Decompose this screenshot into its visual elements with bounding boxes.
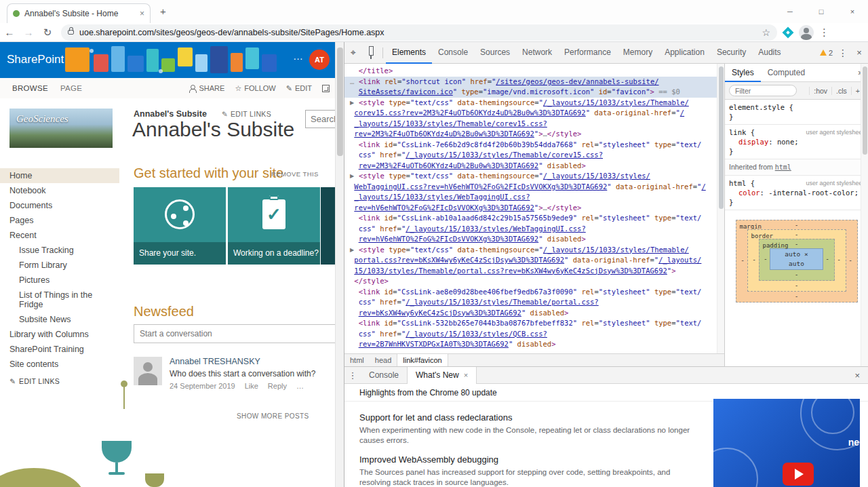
breadcrumb-site-name[interactable]: Annabel's Subsite (134, 109, 207, 119)
breadcrumb-html[interactable]: html (344, 354, 370, 366)
share-button[interactable]: SHARE (189, 84, 224, 92)
devtools-tab-performance[interactable]: Performance (558, 42, 617, 64)
scrollbar-thumb[interactable] (337, 47, 343, 156)
conversation-input[interactable] (134, 324, 335, 343)
inherited-html-link[interactable]: html (775, 163, 791, 171)
post-author[interactable]: Annabel TRESHANSKY (170, 357, 260, 366)
sidebar-item-home[interactable]: Home (0, 168, 119, 183)
sidebar-item-issue-tracking[interactable]: Issue Tracking (0, 243, 119, 258)
remove-this-link[interactable]: REMOVE THIS (271, 170, 319, 178)
suitebar-more-icon[interactable]: … (293, 50, 303, 62)
extension-icon[interactable] (783, 26, 794, 38)
user-avatar[interactable]: AT (309, 50, 330, 70)
sidebar-item-library-with-columns[interactable]: Library with Columns (0, 327, 119, 342)
dom-tree-line[interactable]: SiteAssets/favicon.ico" type="image/vnd.… (344, 87, 717, 98)
dom-tree-line[interactable]: rev=2M3%2F4uOTb6OKYdz4uD%2Bu0w%3D%3DTAG6… (344, 129, 717, 140)
edit-links-button[interactable]: ✎EDIT LINKS (222, 110, 271, 118)
devtools-tab-application[interactable]: Application (658, 42, 711, 64)
sidebar-item-pages[interactable]: Pages (0, 213, 119, 228)
sidebar-item-recent[interactable]: Recent (0, 228, 119, 243)
dom-tree-line[interactable]: css" href="/_layouts/15/1033/styles/Them… (344, 297, 717, 308)
post-more-icon[interactable]: … (296, 382, 304, 390)
tab-close-icon[interactable]: × (140, 9, 144, 18)
tab-close-icon[interactable]: × (464, 367, 468, 383)
styles-filter-input[interactable] (729, 85, 797, 96)
tab-computed[interactable]: Computed (761, 64, 812, 82)
sharepoint-logo[interactable]: SharePoint (7, 53, 64, 66)
search-input[interactable] (305, 110, 335, 128)
dom-tree-line[interactable]: ▶<style type="text/css" data-themingsour… (344, 98, 717, 109)
whats-new-video-thumbnail[interactable]: ne (713, 399, 860, 487)
style-rule-link[interactable]: user agent stylesheetlink { display: non… (725, 125, 868, 159)
browser-menu-icon[interactable]: ⋮ (819, 26, 829, 39)
ribbon-tab-browse[interactable]: BROWSE (12, 84, 48, 92)
sidebar-item-sharepoint-training[interactable]: SharePoint Training (0, 342, 119, 357)
tile-partial[interactable] (321, 187, 335, 265)
dom-tree-line[interactable]: _layouts/15/1033/styles/WebTaggingUI.css… (344, 192, 717, 203)
post-reply-link[interactable]: Reply (268, 382, 287, 390)
maximize-button[interactable]: □ (806, 0, 837, 22)
tile-working-on-a-deadline[interactable]: ✓ Working on a deadline? (228, 187, 320, 265)
youtube-play-icon[interactable] (783, 463, 814, 486)
devtools-tab-console[interactable]: Console (432, 42, 474, 64)
minimize-button[interactable]: ─ (774, 0, 806, 22)
site-logo[interactable]: GeoSciences (9, 109, 113, 148)
show-more-posts-link[interactable]: SHOW MORE POSTS (237, 412, 309, 420)
ribbon-tab-page[interactable]: PAGE (60, 84, 82, 92)
style-rule-element[interactable]: element.style { } (725, 100, 868, 125)
dom-tree-line[interactable]: css" href="/_layouts/15/1033/styles/WebT… (344, 224, 717, 235)
sidebar-item-pictures[interactable]: Pictures (0, 273, 119, 288)
dom-tree-line[interactable]: ▶<style type="text/css" data-themingsour… (344, 245, 717, 256)
dom-tree-line[interactable]: ▶<style type="text/css" data-themingsour… (344, 171, 717, 182)
new-tab-button[interactable]: + (160, 5, 166, 17)
dom-tree-line[interactable]: rev=2M3%2F4uOTb6OKYdz4uD%2Bu0w%3D%3DTAG6… (344, 161, 717, 172)
sidebar-item-site-contents[interactable]: Site contents (0, 357, 119, 372)
hov-toggle[interactable]: :hov (809, 87, 831, 95)
address-bar[interactable]: ☆ (61, 24, 777, 41)
devtools-tab-elements[interactable]: Elements (386, 42, 432, 64)
close-button[interactable]: × (837, 0, 868, 22)
devtools-tab-audits[interactable]: Audits (752, 42, 787, 64)
dom-tree-line[interactable]: corev15.css?rev=2M3%2F4uOTb6OKYdz4uD%2Bu… (344, 108, 717, 119)
devtools-tab-sources[interactable]: Sources (474, 42, 516, 64)
devtools-tab-security[interactable]: Security (711, 42, 752, 64)
sidebar-item-documents[interactable]: Documents (0, 198, 119, 213)
lock-icon[interactable] (68, 30, 74, 35)
warnings-badge[interactable]: 2 (820, 49, 833, 57)
dom-tree-line[interactable]: _layouts/15/1033/styles/Themable/corev15… (344, 119, 717, 130)
bookmark-star-icon[interactable]: ☆ (762, 27, 770, 38)
whats-new-heading[interactable]: Improved WebAssembly debugging (359, 454, 702, 465)
dom-tree-line[interactable]: </title> (344, 66, 717, 77)
edit-button[interactable]: ✎EDIT (286, 84, 312, 93)
browser-tab[interactable]: Annabel's Subsite - Home × (7, 3, 151, 23)
tile-share-your-site[interactable]: Share your site. (134, 187, 226, 265)
devtools-close-icon[interactable]: × (850, 47, 868, 58)
drawer-close-icon[interactable]: × (854, 370, 860, 381)
sidebar-item-subsite-news[interactable]: Subsite News (0, 312, 119, 327)
dom-tree-line[interactable]: <link id="CssLink-7e66b2d9c8fd4f20b60b39… (344, 140, 717, 151)
sidebar-item-form-library[interactable]: Form Library (0, 258, 119, 273)
follow-button[interactable]: ☆FOLLOW (235, 84, 275, 93)
devtools-menu-icon[interactable]: ⋮ (835, 47, 850, 58)
tab-styles[interactable]: Styles (725, 64, 761, 82)
dom-tree-line[interactable]: WebTaggingUI.css?rev=hV6ehWTO%2FoG%2FIcD… (344, 182, 717, 193)
dom-tree-line[interactable]: <link id="CssLink-ae8e09d28bee406fbef9ed… (344, 287, 717, 298)
dom-tree-line[interactable]: rev=2B7WnHKVSTXDPGxIA0T%3D%3DTAG692" dis… (344, 339, 717, 350)
scrollbar-thumb[interactable] (719, 66, 724, 209)
box-model-diagram[interactable]: margin - - border - - (736, 220, 858, 303)
sidebar-item-notebook[interactable]: Notebook (0, 183, 119, 198)
focus-on-content-icon[interactable] (322, 85, 330, 92)
cls-toggle[interactable]: .cls (831, 87, 851, 95)
page-scrollbar[interactable] (335, 42, 344, 487)
elements-scrollbar[interactable] (717, 64, 724, 353)
scrollbar-thumb[interactable] (863, 66, 867, 155)
breadcrumb-head[interactable]: head (370, 354, 397, 366)
drawer-tab-console[interactable]: Console (361, 367, 407, 384)
dom-tree-line[interactable]: <link id="CssLink-ab10a1aad6d842c29b15a5… (344, 213, 717, 224)
dom-tree-line[interactable]: rev=bKsXW4wy6yKeC4zScjDsyw%3D%3DTAG692" … (344, 308, 717, 319)
dom-tree-line[interactable]: </style> (344, 276, 717, 287)
dom-tree-line[interactable]: rev=hV6ehWTO%2FoG%2FIcDsVVOKXg%3D%3DTAG6… (344, 234, 717, 245)
dom-tree-line[interactable]: css" href="/_layouts/15/1033/styles/QCB.… (344, 329, 717, 340)
profile-avatar-icon[interactable] (799, 25, 814, 40)
devtools-tab-memory[interactable]: Memory (617, 42, 658, 64)
